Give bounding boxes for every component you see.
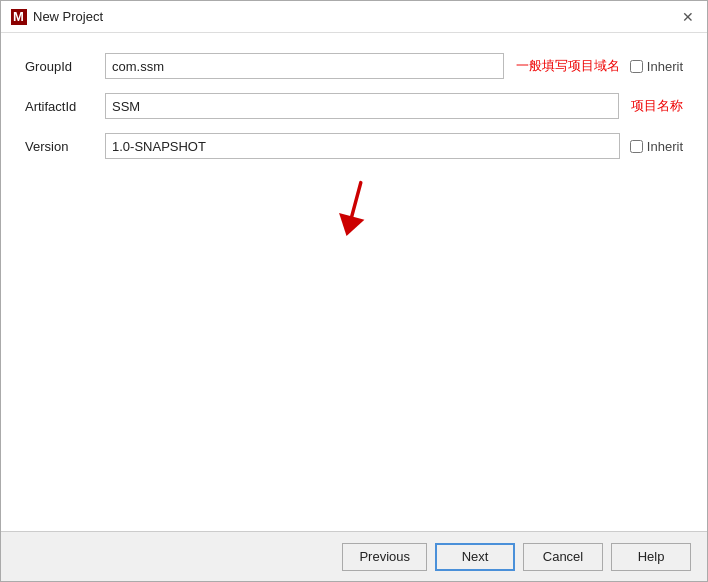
next-button[interactable]: Next bbox=[435, 543, 515, 571]
version-input[interactable] bbox=[105, 133, 620, 159]
groupid-annotation: 一般填写项目域名 bbox=[516, 57, 620, 75]
svg-marker-3 bbox=[334, 213, 365, 239]
version-inherit-text: Inherit bbox=[647, 139, 683, 154]
title-bar: M New Project ✕ bbox=[1, 1, 707, 33]
version-row: Version Inherit bbox=[25, 133, 683, 159]
version-inherit-checkbox[interactable] bbox=[630, 140, 643, 153]
groupid-inherit-text: Inherit bbox=[647, 59, 683, 74]
arrow-area bbox=[25, 173, 683, 243]
version-label: Version bbox=[25, 139, 105, 154]
new-project-window: M New Project ✕ GroupId 一般填写项目域名 Inherit… bbox=[0, 0, 708, 582]
artifactid-label: ArtifactId bbox=[25, 99, 105, 114]
footer: Previous Next Cancel Help bbox=[1, 531, 707, 581]
title-bar-left: M New Project bbox=[11, 9, 103, 25]
cancel-button[interactable]: Cancel bbox=[523, 543, 603, 571]
form-content: GroupId 一般填写项目域名 Inherit ArtifactId 项目名称… bbox=[1, 33, 707, 531]
next-arrow-icon bbox=[324, 173, 384, 243]
artifactid-row: ArtifactId 项目名称 bbox=[25, 93, 683, 119]
app-icon: M bbox=[11, 9, 27, 25]
groupid-label: GroupId bbox=[25, 59, 105, 74]
artifactid-input[interactable] bbox=[105, 93, 619, 119]
svg-text:M: M bbox=[13, 9, 24, 24]
window-title: New Project bbox=[33, 9, 103, 24]
close-button[interactable]: ✕ bbox=[679, 8, 697, 26]
groupid-row: GroupId 一般填写项目域名 Inherit bbox=[25, 53, 683, 79]
version-inherit-label[interactable]: Inherit bbox=[630, 139, 683, 154]
artifactid-annotation: 项目名称 bbox=[631, 97, 683, 115]
previous-button[interactable]: Previous bbox=[342, 543, 427, 571]
groupid-inherit-checkbox[interactable] bbox=[630, 60, 643, 73]
groupid-input[interactable] bbox=[105, 53, 504, 79]
groupid-inherit-label[interactable]: Inherit bbox=[630, 59, 683, 74]
help-button[interactable]: Help bbox=[611, 543, 691, 571]
